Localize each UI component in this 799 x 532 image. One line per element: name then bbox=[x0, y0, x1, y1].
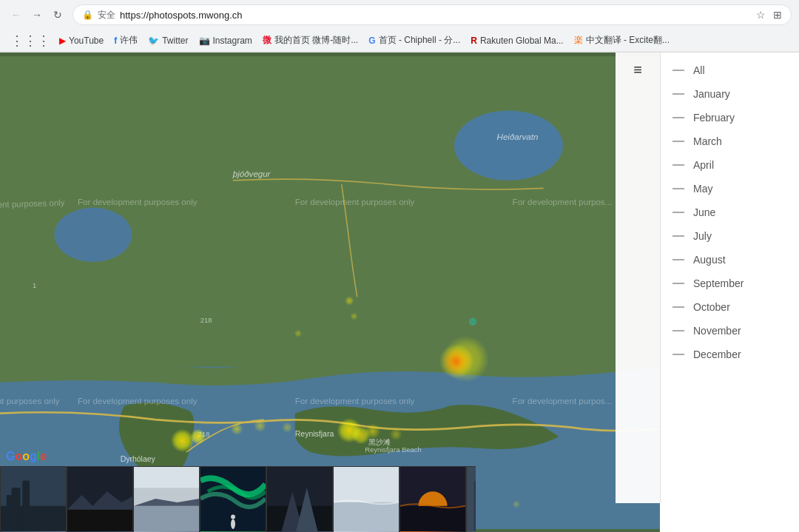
photo-thumb-5[interactable] bbox=[266, 466, 333, 532]
photo-thumb-8[interactable] bbox=[466, 466, 476, 532]
google-icon: G bbox=[368, 36, 375, 46]
month-label-aug: August bbox=[693, 254, 726, 266]
svg-rect-43 bbox=[67, 510, 132, 531]
nav-buttons: ← → ↻ bbox=[7, 6, 67, 24]
lock-icon: 🔒 bbox=[82, 10, 93, 20]
month-item-october[interactable]: October bbox=[661, 295, 799, 319]
month-label-oct: October bbox=[693, 301, 730, 313]
month-item-may[interactable]: May bbox=[661, 177, 799, 201]
menu-overlay: ≡ bbox=[616, 53, 660, 503]
bookmarks-bar: ⋮⋮⋮ ▶ YouTube f 许伟 🐦 Twitter 📷 Instagram… bbox=[0, 30, 799, 52]
photo-strip[interactable] bbox=[0, 466, 476, 532]
month-dash-apr bbox=[672, 164, 684, 166]
svg-rect-57 bbox=[334, 502, 399, 531]
photo-inner-3 bbox=[134, 467, 199, 532]
photo-thumb-7[interactable] bbox=[400, 466, 466, 532]
url-text: https://photospots.mwong.ch bbox=[120, 10, 752, 21]
hamburger-menu-button[interactable]: ≡ bbox=[633, 61, 642, 78]
svg-point-24 bbox=[190, 429, 206, 445]
svg-text:Dyrhólaey: Dyrhólaey bbox=[121, 455, 156, 463]
forward-button[interactable]: → bbox=[28, 6, 46, 24]
svg-rect-46 bbox=[134, 506, 199, 531]
month-dash-feb bbox=[672, 117, 684, 118]
photo-inner-4 bbox=[200, 467, 266, 532]
bookmark-instagram[interactable]: 📷 Instagram bbox=[195, 34, 257, 47]
svg-text:For development purposes only: For development purposes only bbox=[78, 397, 198, 405]
svg-text:1: 1 bbox=[33, 281, 36, 289]
svg-point-26 bbox=[254, 420, 266, 432]
map-area[interactable]: þjóðvegur Heiðarvatn 1 218 218 Dyrhólaey… bbox=[0, 53, 660, 532]
bookmark-weibo-label: 我的首页 微博-随时... bbox=[274, 34, 358, 47]
svg-text:ent purposes only: ent purposes only bbox=[0, 397, 60, 405]
month-item-july[interactable]: July bbox=[661, 224, 799, 248]
google-logo: Google bbox=[6, 450, 47, 463]
side-panel: All January February March April May Jun… bbox=[660, 53, 799, 503]
photo-thumb-4[interactable] bbox=[200, 466, 266, 532]
svg-rect-40 bbox=[7, 495, 13, 531]
svg-text:þjóðvegur: þjóðvegur bbox=[232, 169, 272, 178]
bookmark-star[interactable]: ☆ bbox=[756, 9, 766, 21]
svg-text:For development purposes only: For development purposes only bbox=[295, 198, 415, 206]
month-item-march[interactable]: March bbox=[661, 129, 799, 153]
svg-point-30 bbox=[365, 423, 380, 439]
bookmark-chiphell[interactable]: G 首页 - Chiphell - 分... bbox=[364, 33, 465, 48]
main-content: þjóðvegur Heiðarvatn 1 218 218 Dyrhólaey… bbox=[0, 53, 799, 532]
svg-point-25 bbox=[231, 422, 243, 435]
refresh-button[interactable]: ↻ bbox=[49, 6, 67, 24]
photo-thumb-6[interactable] bbox=[333, 466, 400, 532]
svg-point-27 bbox=[282, 422, 293, 433]
month-item-august[interactable]: August bbox=[661, 248, 799, 272]
instagram-icon: 📷 bbox=[199, 36, 210, 46]
month-dash-sep bbox=[672, 283, 684, 284]
svg-rect-41 bbox=[22, 481, 30, 531]
month-item-all[interactable]: All bbox=[661, 58, 799, 82]
svg-rect-47 bbox=[134, 466, 199, 488]
facebook-icon: f bbox=[114, 36, 117, 46]
month-item-june[interactable]: June bbox=[661, 201, 799, 224]
photo-thumb-1[interactable] bbox=[0, 466, 67, 532]
month-item-november[interactable]: November bbox=[661, 319, 799, 343]
month-label-mar: March bbox=[693, 135, 722, 147]
month-item-february[interactable]: February bbox=[661, 106, 799, 129]
bookmark-rakuten-label: Rakuten Global Ma... bbox=[480, 36, 564, 46]
address-bar[interactable]: 🔒 安全 https://photospots.mwong.ch ☆ ⊞ bbox=[73, 4, 792, 25]
bookmark-rakuten[interactable]: R Rakuten Global Ma... bbox=[466, 34, 567, 47]
youtube-icon: ▶ bbox=[59, 36, 66, 46]
photo-thumb-2[interactable] bbox=[67, 466, 133, 532]
month-item-september[interactable]: September bbox=[661, 272, 799, 295]
svg-text:Heiðarvatn: Heiðarvatn bbox=[497, 132, 539, 141]
extension-button[interactable]: ⊞ bbox=[773, 9, 782, 21]
bookmark-xuwei[interactable]: f 许伟 bbox=[109, 33, 142, 48]
bookmark-weibo[interactable]: 微 我的首页 微博-随时... bbox=[258, 33, 363, 48]
bookmark-twitter[interactable]: 🐦 Twitter bbox=[144, 34, 192, 47]
twitter-icon: 🐦 bbox=[148, 36, 159, 46]
svg-text:For development purposes only: For development purposes only bbox=[295, 397, 415, 405]
bookmark-youtube-label: YouTube bbox=[69, 36, 104, 46]
month-label-feb: February bbox=[693, 112, 735, 124]
photo-inner-7 bbox=[400, 467, 465, 532]
svg-text:218: 218 bbox=[200, 316, 212, 324]
month-item-december[interactable]: December bbox=[661, 343, 799, 366]
apps-grid-icon[interactable]: ⋮⋮⋮ bbox=[7, 31, 53, 50]
month-dash-mar bbox=[672, 141, 684, 142]
bookmark-youtube[interactable]: ▶ YouTube bbox=[55, 34, 108, 47]
svg-point-1 bbox=[454, 110, 563, 180]
month-item-january[interactable]: January bbox=[661, 82, 799, 106]
month-dash-oct bbox=[672, 306, 684, 308]
photo-inner-2 bbox=[67, 467, 132, 532]
bookmark-excite[interactable]: 楽 中文翻译 - Excite翻... bbox=[570, 33, 674, 48]
excite-icon: 楽 bbox=[574, 34, 583, 47]
map-svg: þjóðvegur Heiðarvatn 1 218 218 Dyrhólaey… bbox=[0, 53, 660, 532]
svg-text:黑沙滩: 黑沙滩 bbox=[368, 438, 391, 446]
month-dash-may bbox=[672, 188, 684, 189]
back-button[interactable]: ← bbox=[7, 6, 25, 24]
month-item-april[interactable]: April bbox=[661, 153, 799, 177]
security-label: 安全 bbox=[98, 9, 115, 21]
bookmark-instagram-label: Instagram bbox=[213, 36, 252, 46]
month-dash-nov bbox=[672, 330, 684, 331]
month-label-all: All bbox=[693, 64, 705, 76]
svg-point-35 bbox=[469, 318, 476, 326]
photo-thumb-3[interactable] bbox=[133, 466, 200, 532]
photo-inner-1 bbox=[1, 467, 66, 532]
svg-rect-62 bbox=[474, 481, 476, 531]
